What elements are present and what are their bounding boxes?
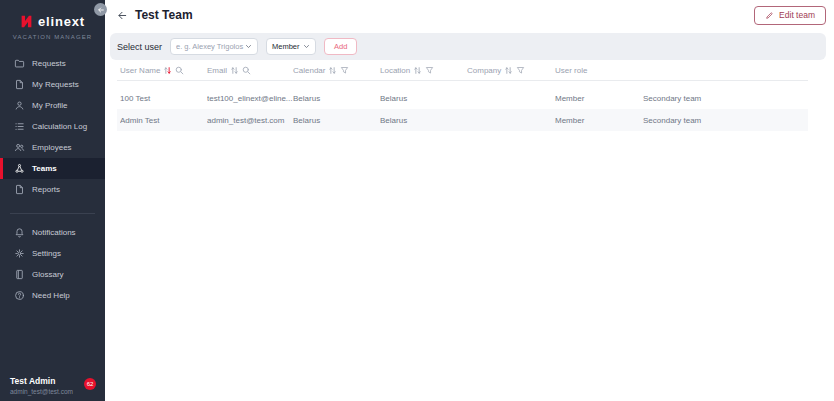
cell-user-name: Admin Test <box>120 116 207 125</box>
cell-calendar: Belarus <box>293 116 380 125</box>
cell-user-role: Member <box>555 94 643 103</box>
sidebar-item-label: Notifications <box>32 228 76 237</box>
sidebar-item-calculation-log[interactable]: Calculation Log <box>0 116 105 137</box>
cell-location: Belarus <box>380 116 467 125</box>
sidebar-nav-main: Requests My Requests My Profile Calculat… <box>0 53 105 200</box>
column-label: Location <box>380 66 410 75</box>
add-member-toolbar: Select user Member Add <box>110 33 826 60</box>
current-user-email: admin_test@test.com <box>10 388 95 395</box>
column-header-location: Location <box>380 66 467 75</box>
sidebar: elinext VACATION MANAGER Requests My Req… <box>0 0 105 401</box>
table-row[interactable]: 100 Test test100_elinext@eline... Belaru… <box>117 87 808 109</box>
table-body: 100 Test test100_elinext@eline... Belaru… <box>117 87 808 131</box>
people-icon <box>14 142 25 153</box>
sidebar-item-my-requests[interactable]: My Requests <box>0 74 105 95</box>
column-label: Email <box>207 66 227 75</box>
filter-icon[interactable] <box>425 66 434 75</box>
sidebar-item-label: Need Help <box>32 291 70 300</box>
current-user[interactable]: Test Admin admin_test@test.com 62 <box>0 376 105 395</box>
sidebar-item-notifications[interactable]: Notifications <box>0 222 105 243</box>
sort-icon[interactable] <box>230 66 239 75</box>
column-label: User role <box>555 66 587 75</box>
cell-user-name: 100 Test <box>120 94 207 103</box>
collapse-sidebar-button[interactable] <box>94 3 107 16</box>
chevron-down-icon <box>245 43 252 50</box>
role-select[interactable]: Member <box>266 38 316 55</box>
select-user-combobox[interactable] <box>170 38 258 55</box>
sidebar-item-settings[interactable]: Settings <box>0 243 105 264</box>
search-icon[interactable] <box>242 66 251 75</box>
sidebar-item-requests[interactable]: Requests <box>0 53 105 74</box>
sidebar-item-need-help[interactable]: Need Help <box>0 285 105 306</box>
column-label: Calendar <box>293 66 325 75</box>
cell-location: Belarus <box>380 94 467 103</box>
cell-user-role: Member <box>555 116 643 125</box>
sidebar-divider <box>10 213 95 214</box>
sidebar-item-label: Calculation Log <box>32 122 87 131</box>
sidebar-item-label: Settings <box>32 249 61 258</box>
list-icon <box>14 121 25 132</box>
chevron-down-icon <box>303 43 310 50</box>
edit-team-button[interactable]: Edit team <box>754 6 826 25</box>
select-user-input[interactable] <box>176 42 244 51</box>
sidebar-item-teams[interactable]: Teams <box>0 158 105 179</box>
cell-team-type: Secondary team <box>643 94 808 103</box>
cell-calendar: Belarus <box>293 94 380 103</box>
table-row[interactable]: Admin Test admin_test@test.com Belarus B… <box>117 109 808 131</box>
logo: elinext <box>0 0 105 29</box>
elinext-logo-icon <box>20 14 33 29</box>
sidebar-item-label: Requests <box>32 59 66 68</box>
column-header-user-name: User Name <box>120 66 207 75</box>
back-button[interactable] <box>117 10 128 21</box>
current-user-name: Test Admin <box>10 376 95 386</box>
document-icon <box>14 79 25 90</box>
user-icon <box>14 100 25 111</box>
column-header-user-role: User role <box>555 66 643 75</box>
sidebar-item-label: Glossary <box>32 270 64 279</box>
sidebar-item-reports[interactable]: Reports <box>0 179 105 200</box>
pencil-icon <box>765 11 774 20</box>
sidebar-item-label: My Profile <box>32 101 68 110</box>
column-header-calendar: Calendar <box>293 66 380 75</box>
column-header-company: Company <box>467 66 555 75</box>
cell-team-type: Secondary team <box>643 116 808 125</box>
column-label: Company <box>467 66 501 75</box>
page-title: Test Team <box>135 8 193 22</box>
brand-name: elinext <box>38 14 85 29</box>
sidebar-item-employees[interactable]: Employees <box>0 137 105 158</box>
book-icon <box>14 269 25 280</box>
add-user-button[interactable]: Add <box>324 38 357 55</box>
role-select-value: Member <box>272 42 300 51</box>
table-header-row: User Name Email <box>117 60 808 81</box>
sidebar-item-glossary[interactable]: Glossary <box>0 264 105 285</box>
sort-icon[interactable] <box>328 66 337 75</box>
filter-icon[interactable] <box>516 66 525 75</box>
page-header: Test Team Edit team <box>105 0 834 30</box>
search-icon[interactable] <box>175 66 184 75</box>
cell-email: admin_test@test.com <box>207 116 293 125</box>
select-user-label: Select user <box>117 42 162 52</box>
main-content: Test Team Edit team Select user Member <box>105 0 834 401</box>
help-icon <box>14 290 25 301</box>
notification-count-badge: 62 <box>84 378 96 390</box>
cell-email: test100_elinext@eline... <box>207 94 293 103</box>
arrow-left-icon <box>97 6 105 14</box>
folder-icon <box>14 58 25 69</box>
filter-icon[interactable] <box>340 66 349 75</box>
bell-icon <box>14 227 25 238</box>
team-members-table: User Name Email <box>117 60 808 131</box>
sort-icon[interactable] <box>163 66 172 75</box>
column-header-email: Email <box>207 66 293 75</box>
sort-icon[interactable] <box>413 66 422 75</box>
vacation-manager-app: elinext VACATION MANAGER Requests My Req… <box>0 0 834 401</box>
sort-icon[interactable] <box>504 66 513 75</box>
sidebar-item-label: Teams <box>32 164 57 173</box>
sidebar-nav-secondary: Notifications Settings Glossary Need Hel… <box>0 222 105 306</box>
sidebar-item-label: Employees <box>32 143 72 152</box>
sidebar-item-my-profile[interactable]: My Profile <box>0 95 105 116</box>
arrow-left-icon <box>117 10 128 21</box>
app-subtitle: VACATION MANAGER <box>0 34 105 40</box>
sidebar-item-label: Reports <box>32 185 60 194</box>
gear-icon <box>14 248 25 259</box>
edit-team-label: Edit team <box>779 10 815 20</box>
